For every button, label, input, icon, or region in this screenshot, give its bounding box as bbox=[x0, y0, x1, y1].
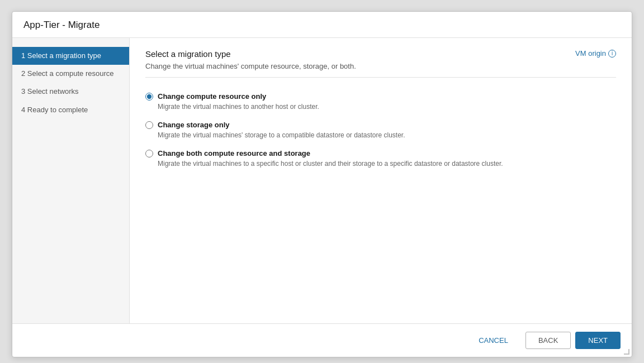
content-header: Select a migration type VM origin i bbox=[145, 49, 616, 59]
radio-both[interactable] bbox=[145, 150, 153, 157]
radio-storage-only[interactable] bbox=[145, 121, 153, 129]
radio-option-compute: Change compute resource only Migrate the… bbox=[145, 92, 616, 111]
next-button[interactable]: NEXT bbox=[575, 332, 621, 349]
radio-label-both[interactable]: Change both compute resource and storage bbox=[158, 149, 310, 157]
sidebar-item-migration-type[interactable]: 1 Select a migration type bbox=[12, 47, 129, 65]
cancel-button[interactable]: CANCEL bbox=[466, 332, 521, 349]
dialog-title: App-Tier - Migrate bbox=[12, 12, 632, 38]
radio-desc-storage: Migrate the virtual machines' storage to… bbox=[158, 131, 616, 139]
dialog-body: 1 Select a migration type 2 Select a com… bbox=[12, 38, 632, 323]
radio-option-storage: Change storage only Migrate the virtual … bbox=[145, 121, 616, 139]
radio-label-compute[interactable]: Change compute resource only bbox=[158, 92, 266, 101]
radio-compute-resource[interactable] bbox=[145, 93, 153, 101]
radio-label-storage[interactable]: Change storage only bbox=[158, 121, 230, 129]
radio-desc-compute: Migrate the virtual machines to another … bbox=[158, 103, 616, 111]
sidebar-item-networks: 3 Select networks bbox=[12, 83, 129, 101]
dialog-footer: CANCEL BACK NEXT bbox=[12, 323, 632, 357]
resize-handle[interactable] bbox=[624, 349, 629, 355]
main-content: Select a migration type VM origin i Chan… bbox=[130, 38, 632, 323]
content-subtitle: Change the virtual machines' compute res… bbox=[145, 62, 616, 78]
radio-desc-both: Migrate the virtual machines to a specif… bbox=[158, 160, 616, 168]
vm-origin-link[interactable]: VM origin i bbox=[575, 49, 616, 58]
radio-option-both: Change both compute resource and storage… bbox=[145, 149, 616, 168]
radio-group: Change compute resource only Migrate the… bbox=[145, 92, 616, 168]
info-icon: i bbox=[608, 50, 616, 58]
migrate-dialog: App-Tier - Migrate 1 Select a migration … bbox=[12, 11, 632, 357]
content-title: Select a migration type bbox=[145, 49, 231, 59]
sidebar-item-ready: 4 Ready to complete bbox=[12, 101, 129, 119]
radio-label-row-3: Change both compute resource and storage bbox=[145, 149, 616, 157]
back-button[interactable]: BACK bbox=[525, 332, 571, 349]
radio-label-row-2: Change storage only bbox=[145, 121, 616, 129]
sidebar-item-compute: 2 Select a compute resource bbox=[12, 65, 129, 83]
sidebar: 1 Select a migration type 2 Select a com… bbox=[12, 38, 130, 323]
radio-label-row-1: Change compute resource only bbox=[145, 92, 616, 101]
